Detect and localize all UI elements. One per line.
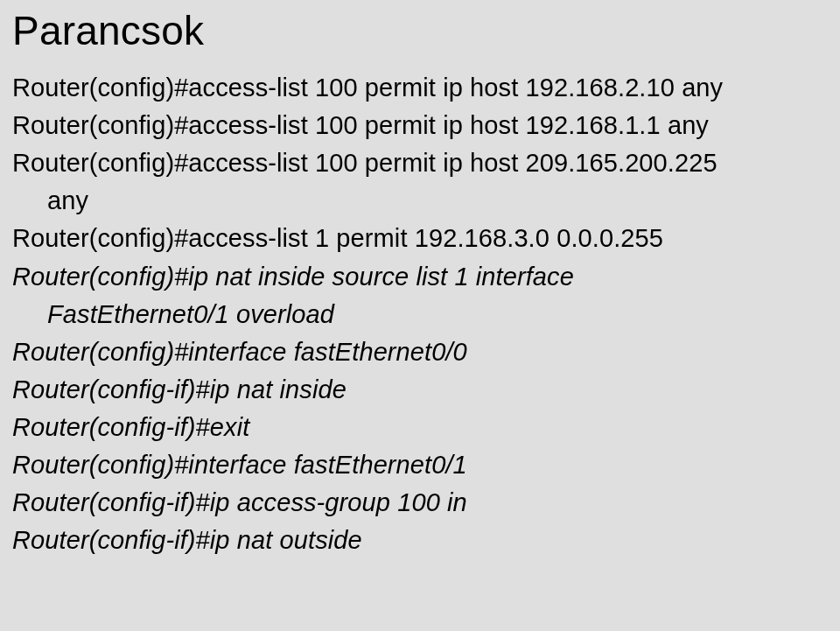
page-title: Parancsok: [12, 7, 822, 54]
command-line: Router(config)#access-list 100 permit ip…: [12, 109, 822, 142]
command-line: Router(config-if)#exit: [12, 411, 822, 444]
command-block: Router(config)#access-list 100 permit ip…: [12, 72, 822, 557]
command-line: Router(config)#access-list 100 permit ip…: [12, 147, 822, 179]
command-line: any: [12, 185, 822, 217]
command-line: Router(config-if)#ip nat outside: [12, 524, 822, 557]
command-line: FastEthernet0/1 overload: [12, 298, 822, 331]
slide: Parancsok Router(config)#access-list 100…: [0, 0, 840, 631]
command-line: Router(config)#access-list 100 permit ip…: [12, 72, 822, 104]
command-line: Router(config)#interface fastEthernet0/1: [12, 449, 822, 481]
command-line: Router(config)#ip nat inside source list…: [12, 261, 822, 293]
command-line: Router(config)#access-list 1 permit 192.…: [12, 222, 822, 255]
command-line: Router(config-if)#ip access-group 100 in: [12, 487, 822, 519]
command-line: Router(config)#interface fastEthernet0/0: [12, 336, 822, 368]
command-line: Router(config-if)#ip nat inside: [12, 374, 822, 406]
